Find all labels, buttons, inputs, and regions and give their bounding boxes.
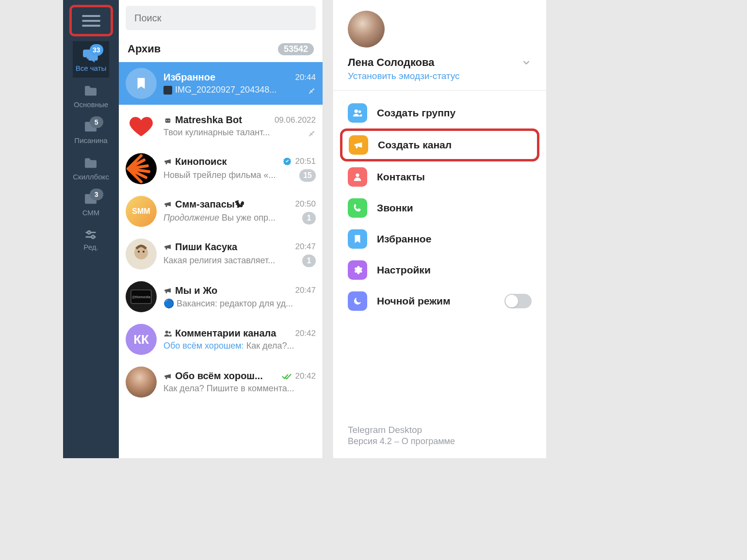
chat-row-obovsem[interactable]: Обо всём хорош... 20:42 Как дела? Пишите… (119, 361, 323, 403)
chat-time: 20:47 (295, 286, 316, 295)
archive-label: Архив (128, 43, 278, 55)
menu-list: Создать группу Создать канал Контакты Зв… (333, 91, 546, 425)
unread-badge: 15 (299, 169, 316, 182)
chat-name: Пиши Касука (175, 241, 292, 253)
night-mode-toggle[interactable] (504, 294, 532, 308)
menu-label: Настройки (377, 264, 532, 276)
footer-version[interactable]: Версия 4.2 – О программе (348, 436, 532, 447)
group-icon (348, 103, 367, 123)
chat-name: Matreshka Bot (175, 114, 272, 126)
avatar (126, 153, 157, 184)
unread-badge: 1 (302, 255, 316, 267)
menu-item-group[interactable]: Создать группу (340, 97, 539, 128)
chat-name: Смм-запасы🐿 (175, 199, 292, 210)
footer-app-name: Telegram Desktop (348, 425, 532, 435)
chat-row-saved[interactable]: Избранное 20:44 IMG_20220927_204348... (119, 62, 323, 105)
folder-label: СММ (82, 209, 100, 217)
avatar: SMM (126, 196, 157, 227)
profile-block[interactable]: Лена Солодкова Установить эмодзи-статус (333, 0, 546, 91)
chat-name: Кинопоиск (175, 156, 279, 167)
folder-badge: 3 (90, 189, 103, 200)
folder-writing[interactable]: 5Писанина (73, 113, 109, 150)
folders-sidebar: 33Все чатыОсновные5ПисанинаСкиллбокс3СММ… (63, 0, 119, 458)
folder-badge: 33 (90, 44, 103, 56)
chat-time: 20:44 (295, 73, 316, 82)
menu-item-channel[interactable]: Создать канал (340, 128, 539, 161)
chat-time: 09.06.2022 (275, 115, 316, 125)
channel-icon (163, 286, 172, 295)
folder-skillbox[interactable]: Скиллбокс (73, 150, 109, 186)
folder-main[interactable]: Основные (73, 78, 109, 114)
avatar (126, 367, 157, 398)
chat-row-kasuka[interactable]: Пиши Касука 20:47 Какая религия заставля… (119, 233, 323, 275)
bot-icon (163, 116, 172, 125)
chat-preview: Продолжение Вы уже опр... (163, 213, 298, 223)
menu-label: Контакты (377, 171, 532, 183)
phone-icon (348, 198, 367, 218)
chat-time: 20:47 (295, 242, 316, 252)
chat-preview: Твои кулинарные талант... (163, 128, 303, 138)
read-checks-icon (281, 372, 292, 381)
svg-point-5 (138, 251, 140, 253)
avatar: КК (126, 324, 157, 355)
moon-icon (348, 291, 367, 311)
menu-item-calls[interactable]: Звонки (340, 192, 539, 224)
chat-row-kinopoisk[interactable]: Кинопоиск 20:51 Новый трейлер фильма «..… (119, 147, 323, 190)
folder-label: Все чаты (76, 64, 107, 73)
chat-time: 20:51 (295, 157, 316, 166)
chevron-down-icon[interactable] (521, 57, 532, 68)
menu-label: Избранное (377, 233, 532, 245)
chat-name: Обо всём хорош... (175, 370, 278, 382)
chat-time: 20:50 (295, 199, 316, 209)
avatar (126, 239, 157, 270)
chat-preview: Как дела? Пишите в коммента... (163, 384, 316, 394)
menu-label: Ночной режим (377, 295, 495, 307)
profile-name: Лена Солодкова (348, 56, 521, 69)
chat-row-matreshka[interactable]: Matreshka Bot 09.06.2022 Твои кулинарные… (119, 105, 323, 147)
svg-point-1 (88, 231, 91, 234)
archive-row[interactable]: Архив 53542 (119, 36, 323, 62)
chat-preview: Новый трейлер фильма «... (163, 170, 295, 180)
gear-icon (348, 260, 367, 280)
chat-name: Комментарии канала (175, 328, 292, 339)
folder-label: Ред. (83, 243, 98, 252)
archive-count: 53542 (278, 43, 314, 55)
app-footer: Telegram Desktop Версия 4.2 – О программ… (333, 425, 546, 458)
chat-list-panel: 33Все чатыОсновные5ПисанинаСкиллбокс3СММ… (63, 0, 323, 458)
folder-edit[interactable]: Ред. (73, 222, 109, 256)
menu-label: Создать группу (377, 107, 532, 119)
profile-avatar (348, 11, 385, 48)
menu-label: Создать канал (378, 139, 531, 151)
chat-row-smm[interactable]: SMM Смм-запасы🐿 20:50 Продолжение Вы уже… (119, 190, 323, 233)
menu-item-night[interactable]: Ночной режим (340, 286, 539, 317)
chat-list: Избранное 20:44 IMG_20220927_204348... M… (119, 62, 323, 458)
folder-label: Скиллбокс (73, 173, 109, 181)
pin-icon (307, 86, 316, 95)
menu-button[interactable] (69, 5, 113, 36)
menu-item-settings[interactable]: Настройки (340, 255, 539, 286)
chat-time: 20:42 (295, 371, 316, 381)
folder-label: Основные (74, 101, 108, 109)
chat-row-comments[interactable]: КК Комментарии канала 20:42 Обо всём хор… (119, 318, 323, 361)
svg-point-3 (92, 235, 95, 238)
menu-label: Звонки (377, 202, 532, 214)
menu-item-saved[interactable]: Избранное (340, 224, 539, 255)
svg-point-6 (143, 251, 145, 253)
avatar (126, 111, 157, 142)
set-emoji-status-link[interactable]: Установить эмодзи-статус (348, 71, 532, 81)
unread-badge: 1 (302, 212, 316, 224)
channel-icon (163, 200, 172, 208)
chat-preview: Какая религия заставляет... (163, 256, 298, 266)
chat-row-myijo[interactable]: @themedia Мы и Жо 20:47 🔵 Вакансия: реда… (119, 275, 323, 318)
chat-name: Избранное (163, 72, 292, 83)
folder-smm[interactable]: 3СММ (73, 186, 109, 222)
search-input[interactable] (126, 6, 316, 30)
bookmark-icon (348, 229, 367, 249)
chats-column: Архив 53542 Избранное 20:44 IMG_20220927… (119, 0, 323, 458)
folder-icon (81, 83, 100, 99)
avatar: @themedia (126, 281, 157, 312)
folder-all[interactable]: 33Все чаты (73, 41, 109, 78)
menu-item-contacts[interactable]: Контакты (340, 161, 539, 192)
channel-icon (163, 242, 172, 251)
folder-badge: 5 (90, 116, 103, 128)
